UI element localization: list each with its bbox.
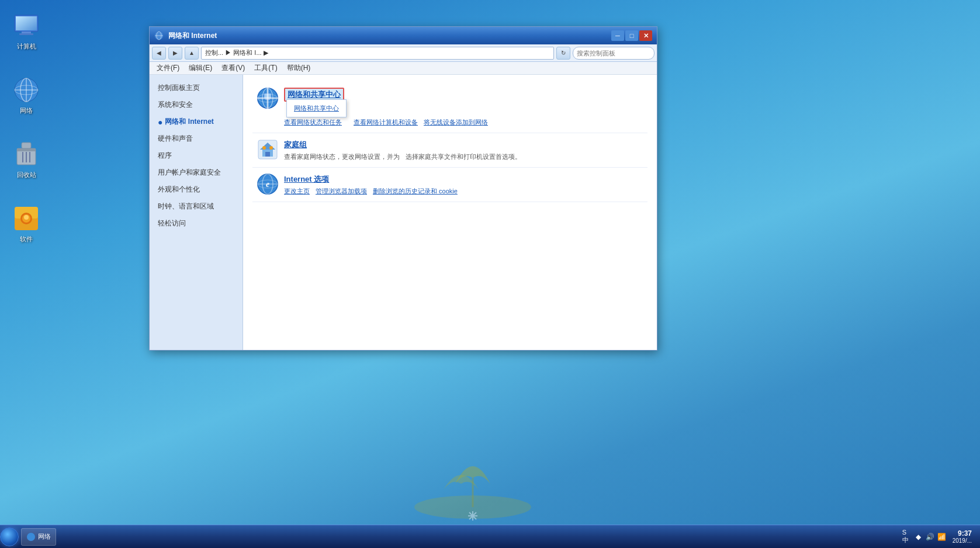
svg-point-34 (258, 94, 278, 102)
homegroup-icon (257, 139, 278, 160)
menu-file[interactable]: 文件(F) (152, 62, 184, 74)
svg-point-31 (262, 88, 273, 108)
taskbar-clock[interactable]: 9:37 2019/... (949, 529, 975, 544)
section-link-delete-history[interactable]: 删除浏览的历史记录和 cookie (373, 187, 458, 196)
sidebar-item-appearance[interactable]: 外观和个性化 (150, 181, 243, 198)
sidebar-item-clock-language[interactable]: 时钟、语言和区域 (150, 198, 243, 215)
sidebar-label-clock-language: 时钟、语言和区域 (158, 202, 214, 211)
section-link-change-homepage[interactable]: 更改主页 (284, 187, 310, 196)
svg-rect-12 (22, 143, 31, 148)
sidebar-label-control-panel-home: 控制面板主页 (158, 83, 200, 93)
sidebar-label-programs: 程序 (158, 151, 172, 161)
software-icon-label: 软件 (20, 235, 33, 243)
sidebar-item-ease-access[interactable]: 轻松访问 (150, 215, 243, 232)
section-homegroup-links: 查看家庭网络状态，更改网络设置，并为 选择家庭共享文件和打印机设置首选项。 (284, 152, 643, 161)
section-link-manage-addons[interactable]: 管理浏览器加载项 (316, 187, 367, 196)
menu-edit[interactable]: 编辑(E) (184, 62, 217, 74)
svg-line-26 (469, 512, 476, 519)
start-orb[interactable] (0, 528, 19, 546)
desktop-icon-software[interactable]: 软件 (6, 204, 47, 243)
up-button[interactable]: ▲ (185, 47, 199, 60)
section-homegroup[interactable]: 家庭组 查看家庭网络状态，更改网络设置，并为 选择家庭共享文件和打印机设置首选项… (252, 133, 647, 168)
section-link-add-wireless[interactable]: 将无线设备添加到网络 (424, 118, 488, 127)
sidebar-item-hardware-sound[interactable]: 硬件和声音 (150, 130, 243, 147)
section-network-sharing[interactable]: 网络和共享中心 网络和共享中心 查看网络状态和任务 查看网络计算机和设备 将无线… (252, 82, 647, 133)
maximize-button[interactable]: □ (625, 30, 638, 41)
sidebar-item-system-security[interactable]: 系统和安全 (150, 96, 243, 113)
computer-icon-label: 计算机 (17, 42, 36, 50)
tooltip-item-network-sharing-center[interactable]: 网络和共享中心 (292, 102, 341, 115)
svg-point-41 (262, 146, 266, 150)
section-internet-options-title[interactable]: Internet 选项 (284, 174, 329, 185)
taskbar-item-icon (26, 532, 36, 542)
taskbar-window-item[interactable]: 网络 (21, 528, 56, 546)
close-button[interactable]: ✕ (639, 30, 652, 41)
clock-time: 9:37 (953, 529, 972, 537)
sidebar-label-user-accounts: 用户帐户和家庭安全 (158, 168, 221, 178)
menu-tools[interactable]: 工具(T) (250, 62, 282, 74)
window-body: 控制面板主页 系统和安全 ● 网络和 Internet 硬件和声音 程序 用户帐… (150, 75, 657, 350)
svg-text:e: e (266, 180, 269, 189)
sidebar-item-network-internet[interactable]: ● 网络和 Internet (150, 113, 243, 130)
section-network-sharing-content: 网络和共享中心 网络和共享中心 查看网络状态和任务 查看网络计算机和设备 将无线… (284, 88, 643, 127)
desktop-icon-recycle[interactable]: 回收站 (6, 140, 47, 179)
svg-point-48 (27, 533, 35, 541)
active-bullet: ● (158, 117, 162, 127)
desktop-icon-network[interactable]: 网络 (6, 76, 47, 115)
back-button[interactable]: ◀ (152, 47, 166, 60)
recycle-icon (12, 140, 40, 168)
sidebar-label-hardware-sound: 硬件和声音 (158, 134, 193, 144)
network-icon-label: 网络 (20, 106, 33, 115)
refresh-button[interactable]: ↻ (556, 47, 570, 60)
address-field[interactable]: 控制... ▶ 网络和 I... ▶ (201, 47, 554, 60)
network-sharing-icon (257, 88, 278, 109)
taskbar-tray: S中 ◆ 🔊 📶 9:37 2019/... (902, 529, 980, 544)
sidebar-item-programs[interactable]: 程序 (150, 147, 243, 164)
section-internet-options-content: Internet 选项 更改主页 管理浏览器加载项 删除浏览的历史记录和 coo… (284, 174, 643, 196)
sidebar-label-ease-access: 轻松访问 (158, 218, 186, 228)
tray-icon-diamond[interactable]: ◆ (914, 532, 923, 542)
sidebar-label-network-internet: 网络和 Internet (165, 117, 213, 127)
window-controls: ─ □ ✕ (611, 30, 652, 41)
sidebar-item-control-panel-home[interactable]: 控制面板主页 (150, 79, 243, 96)
clock-date: 2019/... (953, 537, 972, 544)
network-icon (12, 76, 40, 104)
software-icon (12, 204, 40, 233)
menu-help[interactable]: 帮助(H) (282, 62, 316, 74)
taskbar-item-label: 网络 (38, 532, 51, 541)
minimize-button[interactable]: ─ (611, 30, 624, 41)
tray-icon-speaker[interactable]: 🔊 (926, 532, 935, 542)
svg-rect-2 (16, 16, 37, 30)
sidebar-item-user-accounts[interactable]: 用户帐户和家庭安全 (150, 164, 243, 181)
breadcrumb: 控制... ▶ 网络和 I... ▶ (205, 48, 268, 57)
svg-rect-3 (22, 32, 31, 33)
network-sharing-tooltip: 网络和共享中心 (286, 99, 347, 117)
svg-rect-40 (265, 152, 270, 157)
computer-icon (12, 12, 40, 40)
svg-point-30 (258, 88, 278, 108)
section-network-sharing-links: 查看网络状态和任务 查看网络计算机和设备 将无线设备添加到网络 (284, 118, 643, 127)
window-titlebar: 网络和 Internet ─ □ ✕ (150, 27, 657, 44)
sidebar-label-system-security: 系统和安全 (158, 100, 193, 110)
homegroup-description: 查看家庭网络状态，更改网络设置，并为 (284, 152, 400, 161)
section-internet-options[interactable]: e Internet 选项 更改主页 管理浏览器加载项 删除浏览的历史记录和 c… (252, 168, 647, 202)
section-link-view-network[interactable]: 查看网络状态和任务 (284, 118, 342, 127)
desktop-icon-computer[interactable]: 计算机 (6, 12, 47, 50)
section-link-view-computers[interactable]: 查看网络计算机和设备 (354, 118, 418, 127)
svg-rect-4 (19, 33, 33, 35)
window-title: 网络和 Internet (166, 31, 611, 41)
homegroup-description2: 选择家庭共享文件和打印机设置首选项。 (406, 152, 521, 161)
section-homegroup-title[interactable]: 家庭组 (284, 140, 307, 150)
desktop-decoration (385, 437, 560, 525)
section-internet-options-links: 更改主页 管理浏览器加载项 删除浏览的历史记录和 cookie (284, 187, 643, 196)
tray-icon-network-tray[interactable]: 📶 (937, 532, 947, 542)
control-panel-window: 网络和 Internet ─ □ ✕ ◀ ▶ ▲ 控制... ▶ 网络和 I..… (149, 26, 657, 351)
menu-view[interactable]: 查看(V) (217, 62, 250, 74)
svg-point-21 (414, 495, 531, 519)
window-sidebar: 控制面板主页 系统和安全 ● 网络和 Internet 硬件和声音 程序 用户帐… (150, 75, 243, 350)
forward-button[interactable]: ▶ (168, 47, 182, 60)
search-input[interactable] (573, 47, 655, 60)
recycle-icon-label: 回收站 (17, 171, 36, 179)
window-addressbar: ◀ ▶ ▲ 控制... ▶ 网络和 I... ▶ ↻ (150, 44, 657, 62)
tray-icon-s[interactable]: S中 (902, 532, 912, 542)
